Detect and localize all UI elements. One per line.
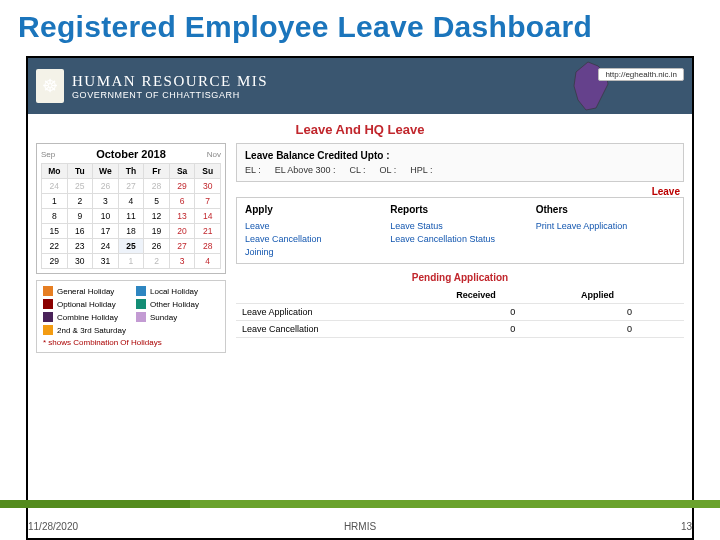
cal-day[interactable]: 4 (118, 194, 144, 209)
holiday-legend: General HolidayLocal HolidayOptional Hol… (36, 280, 226, 353)
cal-day[interactable]: 1 (42, 194, 68, 209)
legend-swatch (43, 312, 53, 322)
app-header: ☸ HUMAN RESOURCE MIS GOVERNMENT OF CHHAT… (28, 58, 692, 114)
cal-day[interactable]: 14 (195, 209, 221, 224)
url-box: http://eghealth.nic.in (598, 68, 684, 81)
calendar-grid: MoTuWeThFrSaSu 2425262728293012345678910… (41, 163, 221, 269)
legend-item: Local Holiday (136, 286, 219, 296)
balance-item: OL : (380, 165, 397, 175)
cal-day[interactable]: 8 (42, 209, 68, 224)
col-head-reports: Reports (390, 204, 529, 218)
slide-date: 11/28/2020 (28, 521, 78, 532)
cal-day[interactable]: 22 (42, 239, 68, 254)
legend-label: Other Holiday (150, 300, 199, 309)
cal-day[interactable]: 1 (118, 254, 144, 269)
pending-value: 0 (450, 321, 575, 338)
legend-item: General Holiday (43, 286, 126, 296)
cal-dow: Sa (169, 164, 195, 179)
cal-dow: Tu (67, 164, 93, 179)
action-link[interactable]: Leave Status (390, 221, 529, 231)
action-link (536, 247, 675, 257)
cal-day[interactable]: 15 (42, 224, 68, 239)
emblem-icon: ☸ (36, 69, 64, 103)
action-link[interactable]: Joining (245, 247, 384, 257)
legend-swatch (136, 299, 146, 309)
cal-day[interactable]: 7 (195, 194, 221, 209)
cal-day[interactable]: 3 (93, 194, 119, 209)
section-title: Leave And HQ Leave (36, 122, 684, 137)
cal-day[interactable]: 21 (195, 224, 221, 239)
pending-col-blank (236, 287, 450, 304)
cal-day[interactable]: 24 (93, 239, 119, 254)
legend-label: General Holiday (57, 287, 114, 296)
cal-day[interactable]: 9 (67, 209, 93, 224)
cal-day[interactable]: 30 (195, 179, 221, 194)
legend-item: Other Holiday (136, 299, 219, 309)
cal-day[interactable]: 13 (169, 209, 195, 224)
action-link[interactable]: Leave Cancellation Status (390, 234, 529, 244)
action-link (536, 234, 675, 244)
pending-col-applied: Applied (575, 287, 684, 304)
balance-item: EL Above 300 : (275, 165, 336, 175)
table-row: Leave Application00 (236, 304, 684, 321)
legend-label: 2nd & 3rd Saturday (57, 326, 126, 335)
cal-day[interactable]: 12 (144, 209, 170, 224)
cal-day[interactable]: 26 (93, 179, 119, 194)
cal-day[interactable]: 17 (93, 224, 119, 239)
cal-day[interactable]: 26 (144, 239, 170, 254)
calendar[interactable]: Sep October 2018 Nov MoTuWeThFrSaSu 2425… (36, 143, 226, 274)
cal-day[interactable]: 11 (118, 209, 144, 224)
cal-day[interactable]: 3 (169, 254, 195, 269)
cal-day[interactable]: 4 (195, 254, 221, 269)
cal-day[interactable]: 27 (118, 179, 144, 194)
cal-day[interactable]: 30 (67, 254, 93, 269)
pending-table: Received Applied Leave Application00Leav… (236, 287, 684, 338)
slide-footer-center: HRMIS (344, 521, 376, 532)
cal-day[interactable]: 25 (67, 179, 93, 194)
pending-label: Leave Application (236, 304, 450, 321)
header-main: HUMAN RESOURCE MIS (72, 73, 268, 90)
legend-item: Combine Holiday (43, 312, 126, 322)
cal-day[interactable]: 16 (67, 224, 93, 239)
legend-swatch (43, 299, 53, 309)
header-sub: GOVERNMENT OF CHHATTISGARH (72, 90, 268, 100)
pending-value: 0 (575, 304, 684, 321)
legend-label: Sunday (150, 313, 177, 322)
balance-item: CL : (349, 165, 365, 175)
cal-dow: Mo (42, 164, 68, 179)
action-link[interactable]: Leave Cancellation (245, 234, 384, 244)
legend-item: Optional Holiday (43, 299, 126, 309)
cal-day[interactable]: 28 (195, 239, 221, 254)
leave-section-label: Leave (236, 186, 680, 197)
cal-day[interactable]: 25 (118, 239, 144, 254)
cal-day[interactable]: 24 (42, 179, 68, 194)
cal-day[interactable]: 2 (144, 254, 170, 269)
cal-day[interactable]: 19 (144, 224, 170, 239)
cal-prev-button[interactable]: Sep (41, 150, 55, 159)
cal-day[interactable]: 5 (144, 194, 170, 209)
action-link[interactable]: Leave (245, 221, 384, 231)
cal-next-button[interactable]: Nov (207, 150, 221, 159)
cal-day[interactable]: 31 (93, 254, 119, 269)
cal-day[interactable]: 27 (169, 239, 195, 254)
legend-swatch (43, 325, 53, 335)
action-link[interactable]: Print Leave Application (536, 221, 675, 231)
legend-note: * shows Combination Of Holidays (43, 338, 219, 347)
cal-day[interactable]: 29 (169, 179, 195, 194)
pending-title: Pending Application (236, 272, 684, 283)
cal-day[interactable]: 23 (67, 239, 93, 254)
cal-day[interactable]: 28 (144, 179, 170, 194)
cal-dow: Su (195, 164, 221, 179)
legend-item: 2nd & 3rd Saturday (43, 325, 219, 335)
cal-day[interactable]: 29 (42, 254, 68, 269)
legend-swatch (43, 286, 53, 296)
cal-dow: Fr (144, 164, 170, 179)
balance-item: EL : (245, 165, 261, 175)
cal-day[interactable]: 10 (93, 209, 119, 224)
cal-day[interactable]: 18 (118, 224, 144, 239)
cal-day[interactable]: 20 (169, 224, 195, 239)
cal-dow: Th (118, 164, 144, 179)
action-link (390, 247, 529, 257)
cal-day[interactable]: 2 (67, 194, 93, 209)
cal-day[interactable]: 6 (169, 194, 195, 209)
